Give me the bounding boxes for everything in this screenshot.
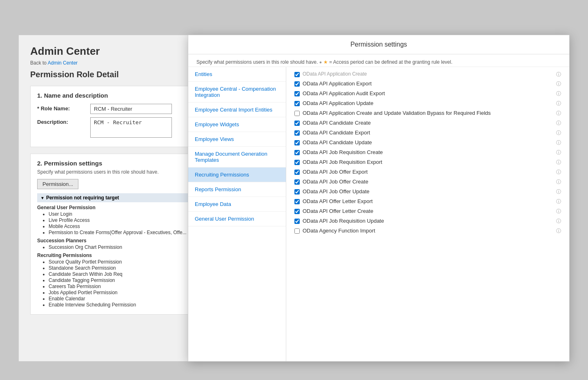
perm-item-2: OData API Application Audit Export ⓘ: [294, 90, 561, 97]
perm-item-11: OData API Job Offer Create ⓘ: [294, 179, 561, 186]
perm-checkbox-6[interactable]: [294, 130, 300, 136]
perm-checkbox-11[interactable]: [294, 179, 300, 185]
perm-item-label-5: OData API Candidate Create: [303, 120, 555, 126]
nav-item-general-user-permission[interactable]: General User Permission: [188, 212, 286, 226]
perm-item-label-4: OData API Application Create and Update …: [303, 110, 555, 116]
modal-left-nav: Entities Employee Central - Compensation…: [188, 67, 286, 361]
perm-checkbox-16[interactable]: [294, 228, 300, 234]
perm-item-label-11: OData API Job Offer Create: [303, 179, 555, 185]
description-label: Description:: [37, 117, 90, 125]
perm-item-label-7: OData API Candidate Update: [303, 139, 555, 145]
nav-item-entities[interactable]: Entities: [188, 67, 286, 82]
permission-button[interactable]: Permission...: [37, 179, 78, 189]
perm-checkbox-10[interactable]: [294, 170, 300, 175]
nav-item-ec-import[interactable]: Employee Central Import Entities: [188, 103, 286, 117]
perm-checkbox-12[interactable]: [294, 189, 300, 194]
perm-tree-header-label: Permission not requiring target: [46, 195, 119, 201]
perm-checkbox-14[interactable]: [294, 209, 300, 214]
info-icon-7[interactable]: ⓘ: [556, 139, 561, 146]
perm-item-16: OData Agency Function Import ⓘ: [294, 228, 561, 235]
info-icon-3[interactable]: ⓘ: [556, 100, 561, 107]
perm-item-15: OData API Job Requisition Update ⓘ: [294, 218, 561, 225]
perm-item-7: OData API Candidate Update ⓘ: [294, 139, 561, 146]
info-icon-1[interactable]: ⓘ: [556, 80, 561, 87]
perm-item-8: OData API Job Requisition Create ⓘ: [294, 149, 561, 156]
perm-item-label-3: OData API Application Update: [303, 100, 555, 106]
perm-item-0: OData API Application Create ⓘ: [294, 71, 561, 78]
perm-checkbox-5[interactable]: [294, 121, 300, 126]
perm-item-label-15: OData API Job Requisition Update: [303, 218, 555, 224]
nav-item-employee-widgets[interactable]: Employee Widgets: [188, 117, 286, 132]
perm-checkbox-8[interactable]: [294, 150, 300, 155]
modal-intro: Specify what permissions users in this r…: [188, 54, 569, 67]
info-icon-6[interactable]: ⓘ: [556, 130, 561, 136]
modal-info-symbol: ●: [319, 60, 322, 65]
perm-item-12: OData API Job Offer Update ⓘ: [294, 188, 561, 195]
role-name-label: * Role Name:: [37, 104, 90, 112]
breadcrumb-link[interactable]: Admin Center: [48, 60, 78, 66]
perm-item-label-9: OData API Job Requisition Export: [303, 159, 555, 165]
perm-item-label-8: OData API Job Requisition Create: [303, 149, 555, 155]
perm-item-label-16: OData Agency Function Import: [303, 228, 555, 234]
info-icon-12[interactable]: ⓘ: [556, 188, 561, 195]
breadcrumb-prefix: Back to: [30, 60, 47, 66]
info-icon-10[interactable]: ⓘ: [556, 169, 561, 176]
perm-item-label-12: OData API Job Offer Update: [303, 188, 555, 194]
perm-checkbox-1[interactable]: [294, 81, 300, 87]
perm-checkbox-4[interactable]: [294, 111, 300, 116]
modal-content-area: Entities Employee Central - Compensation…: [188, 67, 569, 361]
info-icon-13[interactable]: ⓘ: [556, 198, 561, 205]
perm-checkbox-3[interactable]: [294, 101, 300, 106]
nav-item-reports-permission[interactable]: Reports Permission: [188, 182, 286, 197]
collapse-icon: ▼: [40, 196, 45, 200]
info-icon-2[interactable]: ⓘ: [556, 90, 561, 97]
nav-item-recruiting-permissions[interactable]: Recruiting Permissions: [188, 168, 286, 182]
perm-item-5: OData API Candidate Create ⓘ: [294, 120, 561, 127]
modal-title: Permission settings: [188, 35, 569, 54]
perm-checkbox-15[interactable]: [294, 219, 300, 224]
perm-checkbox-2[interactable]: [294, 91, 300, 96]
info-icon-0[interactable]: ⓘ: [556, 71, 561, 78]
perm-item-label-0: OData API Application Create: [303, 71, 555, 77]
info-icon-14[interactable]: ⓘ: [556, 208, 561, 215]
perm-item-3: OData API Application Update ⓘ: [294, 100, 561, 107]
modal-star-text: = Access period can be defined at the gr…: [329, 59, 452, 65]
nav-item-employee-data[interactable]: Employee Data: [188, 197, 286, 212]
perm-item-10: OData API Job Offer Export ⓘ: [294, 169, 561, 176]
perm-checkbox-0[interactable]: [294, 72, 300, 77]
perm-item-6: OData API Candidate Export ⓘ: [294, 130, 561, 136]
perm-checkbox-7[interactable]: [294, 140, 300, 145]
perm-item-label-13: OData API Offer Letter Export: [303, 198, 555, 204]
info-icon-11[interactable]: ⓘ: [556, 179, 561, 186]
perm-item-1: OData API Application Export ⓘ: [294, 80, 561, 87]
nav-item-manage-doc[interactable]: Manage Document Generation Templates: [188, 147, 286, 168]
perm-item-4: OData API Application Create and Update …: [294, 110, 561, 117]
nav-item-employee-views[interactable]: Employee Views: [188, 132, 286, 147]
perm-checkbox-9[interactable]: [294, 160, 300, 165]
permission-settings-modal: Permission settings Specify what permiss…: [188, 35, 570, 362]
modal-intro-text: Specify what permissions users in this r…: [196, 59, 318, 65]
perm-item-14: OData API Offer Letter Create ⓘ: [294, 208, 561, 215]
info-icon-5[interactable]: ⓘ: [556, 120, 561, 127]
role-name-input[interactable]: [90, 104, 172, 114]
perm-item-label-10: OData API Job Offer Export: [303, 169, 555, 175]
perm-item-13: OData API Offer Letter Export ⓘ: [294, 198, 561, 205]
description-input[interactable]: RCM - Recruiter: [90, 117, 172, 138]
perm-item-label-1: OData API Application Export: [303, 80, 555, 87]
info-icon-16[interactable]: ⓘ: [556, 228, 561, 235]
perm-checkbox-13[interactable]: [294, 199, 300, 204]
perm-item-label-6: OData API Candidate Export: [303, 130, 555, 136]
info-icon-8[interactable]: ⓘ: [556, 149, 561, 156]
modal-star-symbol: ★: [323, 59, 328, 65]
info-icon-15[interactable]: ⓘ: [556, 218, 561, 225]
perm-item-label-14: OData API Offer Letter Create: [303, 208, 555, 214]
nav-item-ec-compensation[interactable]: Employee Central - Compensation Integrat…: [188, 82, 286, 103]
info-icon-9[interactable]: ⓘ: [556, 159, 561, 166]
info-icon-4[interactable]: ⓘ: [556, 110, 561, 117]
perm-item-9: OData API Job Requisition Export ⓘ: [294, 159, 561, 166]
perm-item-label-2: OData API Application Audit Export: [303, 90, 555, 96]
modal-right-content: OData API Application Create ⓘ OData API…: [286, 67, 569, 361]
